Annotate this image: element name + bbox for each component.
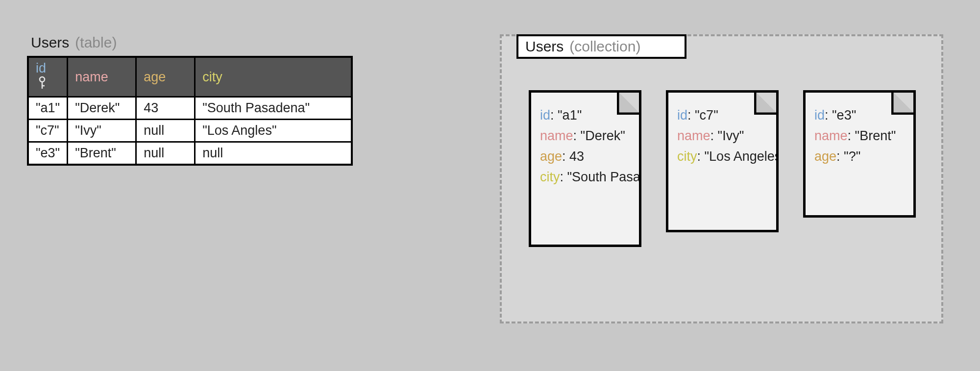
field-val: "Los Angeles" — [705, 149, 779, 164]
table-header-row: id name age city — [28, 57, 352, 97]
field-val: "Brent" — [855, 128, 896, 143]
cell-city: "South Pasadena" — [195, 97, 352, 120]
document-card: id: "e3" name: "Brent" age: "?" — [803, 90, 916, 218]
collection-title: Users — [525, 38, 564, 55]
col-header-id: id — [28, 57, 68, 97]
page-fold-border — [754, 90, 779, 115]
collection-panel: Users (collection) id: "a1" name: "Derek… — [500, 34, 943, 323]
table-row: "a1" "Derek" 43 "South Pasadena" — [28, 97, 352, 120]
cell-name: "Brent" — [68, 142, 136, 165]
field-key: name — [814, 128, 848, 143]
cell-age: 43 — [136, 97, 195, 120]
field-key: city — [540, 170, 560, 184]
users-table: id name age city "a1" "Derek" 43 "South … — [27, 56, 353, 166]
col-header-age-label: age — [144, 70, 166, 84]
doc-field: city: "South Pasadena" — [540, 167, 630, 188]
field-val: 43 — [569, 149, 584, 164]
col-header-id-label: id — [36, 61, 46, 75]
cell-city: null — [195, 142, 352, 165]
documents-row: id: "a1" name: "Derek" age: 43 city: "So… — [529, 90, 916, 247]
field-val: "South Pasadena" — [567, 170, 641, 184]
doc-field: name: "Derek" — [540, 126, 630, 147]
field-val: "e3" — [832, 108, 856, 123]
cell-name: "Derek" — [68, 97, 136, 120]
cell-age: null — [136, 142, 195, 165]
field-key: age — [814, 149, 836, 164]
cell-id: "e3" — [28, 142, 68, 165]
field-key: name — [540, 128, 573, 143]
page-fold-border — [891, 90, 916, 115]
document-card: id: "a1" name: "Derek" age: 43 city: "So… — [529, 90, 641, 247]
collection-subtitle: (collection) — [569, 38, 640, 55]
doc-field: age: "?" — [814, 147, 905, 167]
table-panel: Users (table) id name age city "a1" "Der… — [27, 34, 353, 166]
field-val: "c7" — [695, 108, 718, 123]
table-title: Users — [31, 34, 69, 51]
field-key: id — [814, 108, 825, 123]
field-key: id — [677, 108, 687, 123]
field-val: "a1" — [558, 108, 582, 123]
svg-point-0 — [40, 77, 45, 82]
cell-name: "Ivy" — [68, 120, 136, 142]
doc-field: city: "Los Angeles" — [677, 147, 767, 167]
col-header-name: name — [68, 57, 136, 97]
cell-id: "a1" — [28, 97, 68, 120]
doc-field: name: "Ivy" — [677, 126, 767, 147]
field-key: id — [540, 108, 550, 123]
cell-id: "c7" — [28, 120, 68, 142]
field-key: name — [677, 128, 710, 143]
col-header-name-label: name — [75, 70, 108, 84]
cell-age: null — [136, 120, 195, 142]
field-key: city — [677, 149, 697, 164]
col-header-city-label: city — [202, 70, 222, 84]
field-key: age — [540, 149, 562, 164]
field-val: "Ivy" — [718, 128, 744, 143]
table-title-row: Users (table) — [31, 34, 353, 51]
table-row: "e3" "Brent" null null — [28, 142, 352, 165]
document-card: id: "c7" name: "Ivy" city: "Los Angeles" — [666, 90, 779, 232]
collection-label-box: Users (collection) — [516, 34, 686, 59]
field-val: "?" — [844, 149, 860, 164]
doc-field: age: 43 — [540, 147, 630, 167]
col-header-age: age — [136, 57, 195, 97]
table-row: "c7" "Ivy" null "Los Angles" — [28, 120, 352, 142]
cell-city: "Los Angles" — [195, 120, 352, 142]
primary-key-icon — [38, 76, 47, 93]
page-fold-border — [617, 90, 641, 115]
doc-field: name: "Brent" — [814, 126, 905, 147]
col-header-city: city — [195, 57, 352, 97]
field-val: "Derek" — [581, 128, 625, 143]
table-subtitle: (table) — [75, 34, 117, 51]
